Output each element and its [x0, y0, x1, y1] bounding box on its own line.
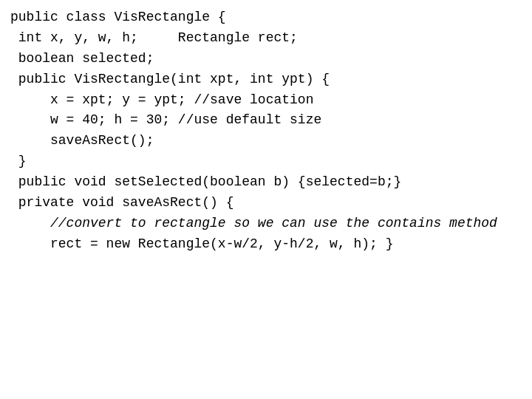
code-line-1: public class VisRectangle { [10, 7, 522, 28]
code-line-6: w = 40; h = 30; //use default size [10, 110, 522, 131]
code-line-4: public VisRectangle(int xpt, int ypt) { [10, 69, 522, 90]
code-line-11: //convert to rectangle so we can use the… [10, 214, 522, 234]
code-line-8: } [10, 151, 522, 172]
code-line-3: boolean selected; [10, 49, 522, 69]
code-line-2: int x, y, w, h; Rectangle rect; [10, 28, 522, 49]
code-line-12: rect = new Rectangle(x-w/2, y-h/2, w, h)… [10, 234, 522, 255]
code-line-10: private void saveAsRect() { [10, 193, 522, 214]
code-block: public class VisRectangle { int x, y, w,… [0, 0, 532, 399]
code-line-5: x = xpt; y = ypt; //save location [10, 90, 522, 111]
code-line-9: public void setSelected(boolean b) {sele… [10, 172, 522, 193]
code-line-7: saveAsRect(); [10, 131, 522, 151]
